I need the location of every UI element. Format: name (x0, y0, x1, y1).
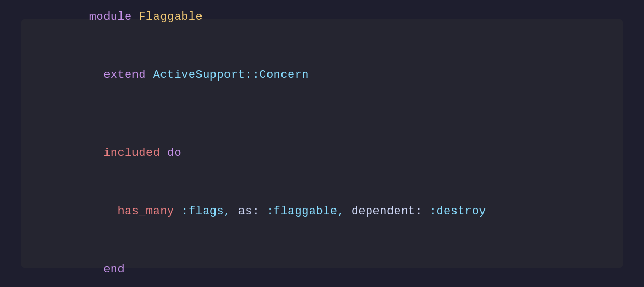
keyword-do: do (167, 147, 181, 160)
class-flaggable: Flaggable (139, 10, 203, 23)
code-block: # app/models/concerns/flaggable.rb modul… (47, 0, 597, 287)
symbol-flaggable: :flaggable, (266, 205, 344, 218)
method-has-many: has_many (117, 205, 174, 218)
code-line-blank (47, 105, 597, 124)
activesupport-text: ActiveSupport (153, 69, 245, 82)
separator: :: (245, 69, 259, 82)
concern-text: Concern (259, 69, 309, 82)
code-container: # app/models/concerns/flaggable.rb modul… (21, 19, 623, 268)
code-line-included: included do (47, 124, 597, 182)
symbol-flags: :flags, (181, 205, 231, 218)
method-included: included (103, 147, 160, 160)
code-line-has-many: has_many :flags, as: :flaggable, depende… (47, 182, 597, 241)
keyword-end1: end (103, 263, 125, 276)
symbol-destroy: :destroy (430, 205, 486, 218)
plain-dependent: dependent: (344, 205, 422, 218)
code-line-module: module Flaggable (47, 0, 597, 46)
keyword-extend: extend (103, 69, 153, 82)
code-line-extend: extend ActiveSupport::Concern (47, 46, 597, 105)
code-line-end1: end (47, 241, 597, 287)
plain-as: as: (231, 205, 260, 218)
keyword-module: module (89, 10, 139, 23)
